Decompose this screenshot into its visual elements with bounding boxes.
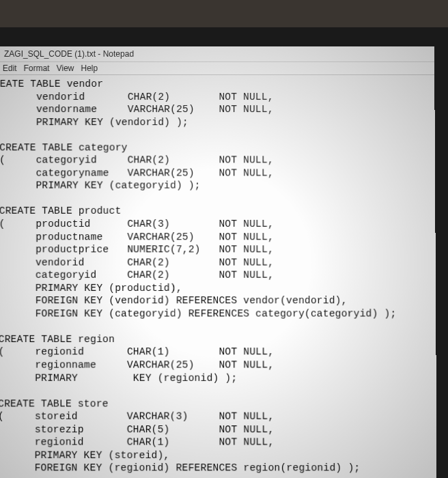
menu-bar: Edit Format View Help	[0, 62, 434, 75]
window-title-bar: ZAGI_SQL_CODE (1).txt - Notepad	[0, 46, 434, 62]
menu-view[interactable]: View	[57, 64, 74, 73]
text-editor-area[interactable]: EATE TABLE vendor vendorid CHAR(2) NOT N…	[0, 75, 437, 478]
menu-edit[interactable]: Edit	[3, 64, 17, 73]
screen: ZAGI_SQL_CODE (1).txt - Notepad Edit For…	[0, 46, 437, 478]
menu-format[interactable]: Format	[23, 64, 49, 73]
menu-help[interactable]: Help	[81, 64, 98, 73]
window-title: ZAGI_SQL_CODE (1).txt - Notepad	[4, 49, 134, 59]
monitor-frame: ZAGI_SQL_CODE (1).txt - Notepad Edit For…	[0, 27, 448, 478]
